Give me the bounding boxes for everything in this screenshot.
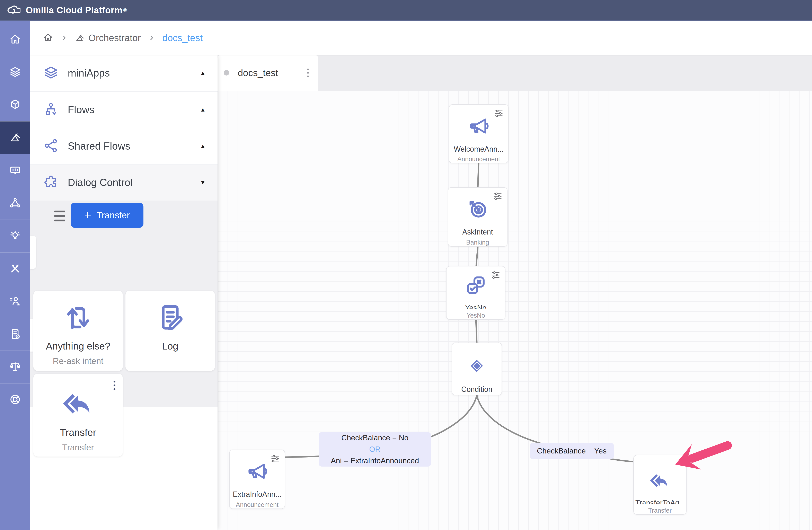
condition-diamond-icon (467, 357, 486, 376)
rail-item-layers[interactable] (0, 56, 30, 89)
section-shared-flows[interactable]: Shared Flows ▲ (30, 128, 218, 164)
tab-menu-icon[interactable] (307, 69, 309, 77)
flow-canvas: docs_test CheckBalance = No OR Ani = Ext… (218, 55, 812, 530)
target-icon (467, 198, 488, 220)
invoice-dollar-icon: $ (9, 328, 21, 341)
rail-item-blocks[interactable] (0, 89, 30, 121)
lifebuoy-icon (9, 393, 21, 406)
palette-card-transfer[interactable]: Transfer Transfer (33, 374, 123, 457)
transfer-icon (63, 392, 93, 420)
tools-icon (9, 262, 21, 276)
breadcrumb-home-icon[interactable] (43, 32, 54, 44)
node-title: WelcomeAnn... (454, 145, 504, 152)
lightbulb-icon (9, 229, 21, 243)
card-fragment (30, 236, 36, 269)
section-label: miniApps (68, 67, 191, 79)
node-subtitle: Transfer (648, 507, 672, 514)
section-miniapps[interactable]: miniApps ▲ (30, 55, 218, 91)
repeat-icon (63, 302, 93, 333)
omilia-cloud-logo-icon (6, 2, 20, 18)
node-settings-icon[interactable] (490, 270, 501, 281)
collapse-caret-icon: ▲ (200, 143, 206, 149)
edge-label-checkbalance-no[interactable]: CheckBalance = No OR Ani = ExtraInfoAnno… (319, 432, 431, 467)
rail-item-tools[interactable] (0, 252, 30, 285)
layers-icon (9, 66, 21, 79)
rail-item-scales[interactable] (0, 350, 30, 383)
rail-item-home[interactable] (0, 23, 30, 56)
node-settings-icon[interactable] (492, 191, 503, 202)
dialog-control-palette: + Transfer Anything else? Re-ask intent (30, 201, 218, 407)
rail-item-chat-widget[interactable] (0, 154, 30, 187)
rail-item-network[interactable] (0, 187, 30, 219)
node-settings-icon[interactable] (270, 453, 280, 465)
breadcrumb-separator: › (150, 31, 153, 43)
breadcrumb-item-orchestrator[interactable]: Orchestrator (75, 32, 141, 43)
collapse-caret-icon: ▼ (200, 179, 206, 186)
node-transfer-to-agent[interactable]: TransferToAg... Transfer (633, 455, 686, 515)
user-voice-icon (9, 295, 21, 309)
puzzle-icon (43, 174, 59, 191)
home-icon (9, 33, 21, 46)
svg-text:$: $ (17, 335, 18, 338)
orchestrator-icon (75, 33, 85, 43)
node-askintent[interactable]: AskIntent Banking (448, 187, 508, 247)
or-operator: OR (369, 444, 381, 455)
tab-status-dot (224, 70, 229, 75)
section-label: Shared Flows (68, 140, 191, 152)
tab-label: docs_test (238, 67, 307, 78)
breadcrumb-separator: › (62, 31, 66, 43)
node-settings-icon[interactable] (493, 108, 504, 119)
rail-item-support[interactable] (0, 383, 30, 416)
collapse-caret-icon: ▲ (200, 106, 206, 113)
list-view-toggle[interactable] (54, 211, 65, 224)
megaphone-icon (247, 461, 268, 483)
node-title: YesNo (465, 304, 487, 309)
rail-item-billing[interactable]: $ (0, 318, 30, 350)
canvas-grid[interactable] (218, 91, 812, 530)
node-condition[interactable]: Condition (452, 343, 502, 395)
tab-docs-test[interactable]: docs_test (218, 55, 318, 91)
section-flows[interactable]: Flows ▲ (30, 91, 218, 128)
palette-panel: miniApps ▲ Flows ▲ Shared Flows ▲ Dialog… (30, 55, 218, 530)
node-subtitle: Banking (466, 239, 489, 246)
blocks-icon (9, 98, 21, 112)
palette-card-log[interactable]: Log (126, 290, 215, 371)
node-title: ExtraInfoAnn... (233, 490, 281, 498)
card-subtitle: Transfer (62, 443, 94, 453)
card-menu-icon[interactable] (114, 381, 115, 390)
palette-card-anything-else[interactable]: Anything else? Re-ask intent (33, 290, 123, 371)
node-title: Condition (461, 385, 492, 394)
card-title: Anything else? (46, 341, 110, 352)
share-icon (43, 138, 59, 154)
icon-rail: $ (0, 21, 30, 530)
chat-widget-icon (9, 164, 21, 177)
canvas-tabbar: docs_test (218, 55, 812, 91)
rail-item-agents[interactable] (0, 285, 30, 318)
add-transfer-button[interactable]: + Transfer (71, 203, 143, 228)
edge-label-checkbalance-yes[interactable]: CheckBalance = Yes (530, 443, 614, 459)
section-label: Dialog Control (68, 176, 191, 188)
network-triangle-icon (9, 197, 21, 210)
node-welcome-announcement[interactable]: WelcomeAnn... Announcement (449, 104, 508, 163)
section-dialog-control[interactable]: Dialog Control ▼ (30, 164, 218, 201)
breadcrumb: › Orchestrator › docs_test (30, 21, 812, 55)
collapse-caret-icon: ▲ (200, 70, 206, 76)
log-icon (155, 302, 186, 333)
card-title: Log (162, 341, 178, 352)
yes-no-icon (466, 275, 486, 296)
app-header: Omilia Cloud Platform ® (0, 0, 812, 21)
breadcrumb-current-page[interactable]: docs_test (162, 32, 203, 43)
rail-item-lightbulb[interactable] (0, 219, 30, 252)
card-title: Transfer (60, 427, 96, 438)
node-title: TransferToAg... (635, 499, 685, 504)
rail-item-orchestrator[interactable] (0, 121, 30, 154)
node-yesno[interactable]: YesNo YesNo (446, 266, 506, 320)
node-subtitle: Announcement (458, 156, 500, 163)
app-title: Omilia Cloud Platform (26, 5, 122, 15)
flow-icon (43, 101, 59, 118)
node-extrainfo-announcement[interactable]: ExtraInfoAnn... Announcement (229, 449, 285, 509)
section-label: Flows (68, 104, 191, 116)
transfer-icon (650, 473, 670, 491)
node-subtitle: Announcement (236, 501, 278, 508)
layers-icon (43, 65, 59, 81)
